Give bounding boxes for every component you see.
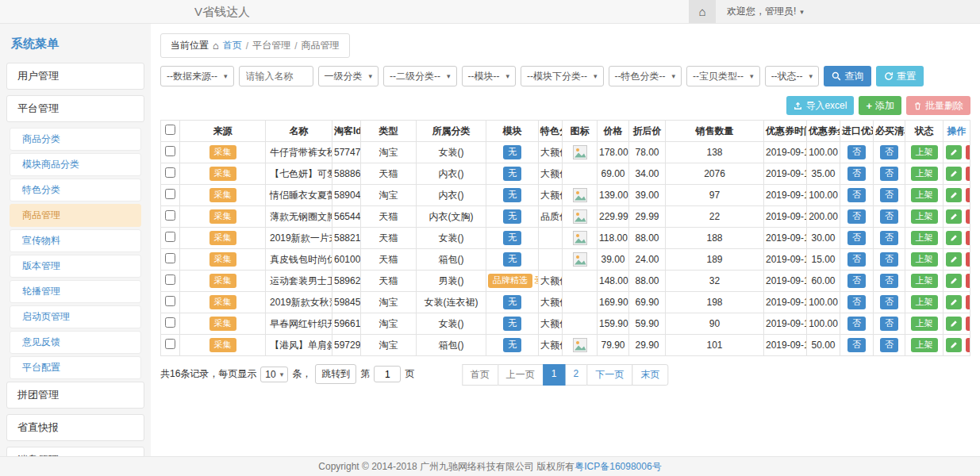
- product-icon: [573, 209, 587, 224]
- home-button[interactable]: ⌂: [689, 0, 716, 23]
- add-button[interactable]: + 添加: [859, 96, 901, 115]
- delete-button[interactable]: [966, 231, 970, 245]
- row-checkbox[interactable]: [165, 253, 175, 263]
- jump-button[interactable]: 跳转到: [315, 364, 356, 384]
- coupon-amount: 15.00: [807, 249, 840, 271]
- search-button[interactable]: 查询: [824, 66, 871, 86]
- icp-link[interactable]: 粤ICP备16098006号: [575, 460, 661, 474]
- module-badge: 无: [503, 231, 521, 244]
- product-name: 真皮钱包时尚优雅女士...: [266, 249, 332, 271]
- pagination-button[interactable]: 下一页: [586, 364, 632, 386]
- row-checkbox[interactable]: [165, 210, 175, 221]
- column-header: 状态: [905, 121, 943, 142]
- row-checkbox[interactable]: [165, 339, 175, 349]
- row-checkbox[interactable]: [165, 296, 175, 306]
- welcome-text: 欢迎您，管理员!: [727, 5, 796, 18]
- user-menu[interactable]: 欢迎您，管理员! ▾: [716, 5, 815, 18]
- pagination-button[interactable]: 2: [565, 364, 588, 386]
- product-name: 运动套装男士卫衣初秋...: [266, 271, 332, 292]
- sidebar-item[interactable]: 意见反馈: [10, 331, 141, 354]
- delete-button[interactable]: [966, 145, 970, 159]
- delete-button[interactable]: [966, 209, 970, 224]
- sidebar-item[interactable]: 用户管理: [6, 63, 144, 90]
- filter-select[interactable]: --特色分类-- ▾: [609, 66, 682, 86]
- taoke-id: 589620659791: [332, 271, 361, 292]
- sidebar-item[interactable]: 轮播管理: [10, 280, 141, 303]
- sidebar-item[interactable]: 平台配置: [10, 356, 141, 379]
- batch-delete-button[interactable]: 批量删除: [906, 96, 970, 115]
- edit-button[interactable]: [946, 317, 962, 331]
- filter-select[interactable]: --模块下分类-- ▾: [521, 66, 604, 86]
- sidebar-item[interactable]: 消息管理: [6, 447, 144, 456]
- row-checkbox[interactable]: [165, 146, 175, 156]
- product-category: 女装(): [417, 313, 486, 335]
- delete-button[interactable]: [966, 167, 970, 181]
- edit-button[interactable]: [946, 274, 962, 288]
- per-page-select[interactable]: 10 ▾: [260, 367, 288, 382]
- delete-button[interactable]: [966, 317, 970, 331]
- delete-button[interactable]: [966, 295, 970, 309]
- coupon-amount: 30.00: [807, 228, 840, 249]
- must-buy-badge: 否: [880, 209, 898, 223]
- pagination-button[interactable]: 上一页: [498, 364, 544, 386]
- sidebar-item[interactable]: 版本管理: [10, 255, 141, 278]
- row-checkbox[interactable]: [165, 189, 175, 199]
- filter-select[interactable]: --二级分类-- ▾: [383, 66, 457, 86]
- edit-button[interactable]: [946, 252, 962, 267]
- sidebar-item[interactable]: 特色分类: [10, 178, 141, 202]
- edit-button[interactable]: [946, 145, 962, 159]
- module-badge: 无: [503, 188, 521, 202]
- feature-category: 大额优惠券: [539, 163, 563, 185]
- edit-button[interactable]: [946, 231, 962, 245]
- delete-button[interactable]: [966, 274, 970, 288]
- edit-button[interactable]: [946, 188, 962, 202]
- taoke-id: 601000601341: [332, 249, 361, 271]
- row-checkbox[interactable]: [165, 167, 175, 178]
- filter-select[interactable]: --模块-- ▾: [462, 66, 517, 86]
- products-table: 来源 名称 淘客Id 类型 所属分类 模块 特色分类 图标 价格: [160, 120, 970, 356]
- reset-button[interactable]: 重置: [876, 66, 924, 86]
- pagination-button[interactable]: 首页: [462, 364, 498, 386]
- row-checkbox[interactable]: [165, 317, 175, 328]
- breadcrumb-home-link[interactable]: 首页: [223, 39, 242, 52]
- name-search-input[interactable]: [239, 66, 313, 86]
- pagination-button[interactable]: 1: [543, 364, 566, 386]
- product-icon: [573, 188, 587, 202]
- sidebar-item-label: 轮播管理: [22, 286, 60, 297]
- delete-button[interactable]: [966, 252, 970, 267]
- pagination-button[interactable]: 末页: [632, 364, 668, 386]
- edit-button[interactable]: [946, 338, 962, 352]
- filter-select[interactable]: --状态-- ▾: [765, 66, 820, 86]
- product-name: 薄款无钢圈文胸聚拢性...: [266, 206, 332, 228]
- sidebar-item[interactable]: 省直快报: [6, 414, 144, 441]
- price: 69.00: [598, 163, 629, 185]
- filter-select[interactable]: 一级分类 ▾: [318, 66, 379, 86]
- import-excel-button[interactable]: 导入excel: [786, 96, 854, 115]
- delete-button[interactable]: [966, 188, 970, 202]
- filter-select[interactable]: --宝贝类型-- ▾: [686, 66, 760, 86]
- sidebar-item[interactable]: 启动页管理: [10, 305, 141, 328]
- sidebar-item[interactable]: 商品管理: [10, 204, 141, 227]
- select-all-checkbox[interactable]: [165, 125, 175, 135]
- module-badge: 无: [503, 338, 521, 351]
- edit-button[interactable]: [946, 295, 962, 309]
- page-number-input[interactable]: [374, 366, 401, 382]
- sidebar-item[interactable]: 商品分类: [10, 128, 141, 151]
- sidebar-item[interactable]: 拼团管理: [6, 382, 144, 409]
- sidebar-item[interactable]: 平台管理: [6, 95, 144, 122]
- data-source-select[interactable]: --数据来源-- ▾: [160, 66, 234, 86]
- delete-button[interactable]: [966, 338, 970, 352]
- row-checkbox[interactable]: [165, 232, 175, 242]
- table-row: 采集 真皮钱包时尚优雅女士... 601000601341 天猫 箱包() 无 …: [161, 249, 970, 271]
- sidebar-item[interactable]: 模块商品分类: [10, 153, 141, 176]
- edit-button[interactable]: [946, 209, 962, 224]
- sidebar-item[interactable]: 宣传物料: [10, 229, 141, 252]
- pagination-bar: 共16条记录，每页显示 10 ▾ 条， 跳转到 第 页 首页 上一页 1 2 下…: [160, 364, 970, 386]
- edit-button[interactable]: [946, 167, 962, 181]
- topbar-right: ⌂ 欢迎您，管理员! ▾: [689, 0, 980, 23]
- product-type: 淘宝: [361, 335, 417, 356]
- imported-badge: 否: [847, 167, 866, 180]
- source-badge: 采集: [209, 295, 236, 309]
- row-checkbox[interactable]: [165, 274, 175, 285]
- product-category: 女装(): [417, 142, 486, 163]
